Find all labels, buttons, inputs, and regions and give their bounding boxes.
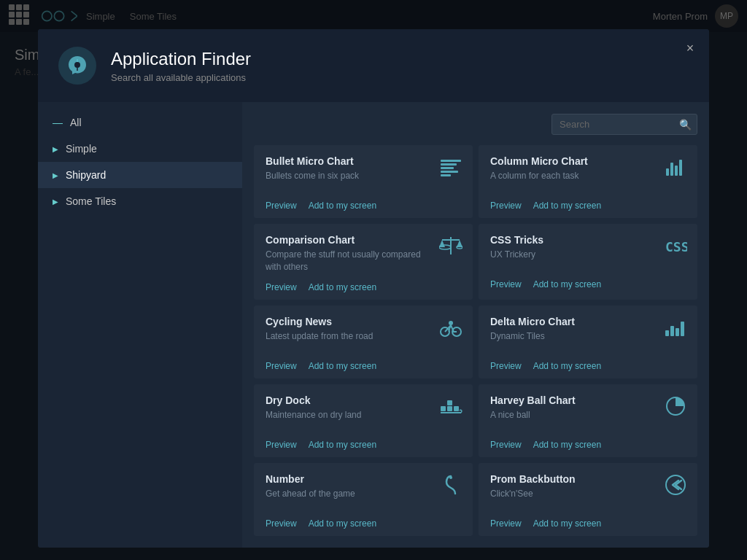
column-chart-title: Column Micro Chart: [490, 155, 686, 167]
sidebar-item-simple[interactable]: ▶ Simple: [38, 136, 242, 162]
css-tricks-add-button[interactable]: Add to my screen: [533, 279, 601, 289]
app-card-delta-micro-chart: Delta Micro Chart Dynamic Tiles Preview …: [479, 306, 697, 378]
all-dash-icon: —: [53, 117, 63, 128]
css-tricks-preview-button[interactable]: Preview: [490, 279, 522, 289]
svg-rect-27: [447, 400, 452, 405]
modal-overlay: Application Finder Search all available …: [0, 0, 747, 560]
dry-dock-desc: Maintenance on dry land: [266, 409, 461, 431]
delta-chart-add-button[interactable]: Add to my screen: [533, 361, 601, 371]
bullet-icon: [439, 155, 462, 184]
search-input[interactable]: [551, 114, 697, 135]
modal-subtitle: Search all available applications: [111, 72, 251, 83]
app-card-bullet-micro-chart: Bullet Micro Chart Bullets come in six p…: [254, 145, 473, 218]
svg-rect-24: [441, 406, 446, 411]
dry-dock-preview-button[interactable]: Preview: [266, 440, 297, 450]
sidebar-shipyard-label: Shipyard: [66, 169, 106, 181]
simple-chevron-icon: ▶: [53, 145, 58, 153]
modal-logo: [58, 47, 96, 85]
svg-point-29: [449, 476, 452, 479]
delta-chart-actions: Preview Add to my screen: [490, 361, 686, 371]
column-chart-add-button[interactable]: Add to my screen: [533, 201, 601, 211]
svg-point-2: [74, 62, 80, 68]
bullet-chart-desc: Bullets come in six pack: [266, 170, 461, 192]
svg-rect-20: [665, 330, 669, 336]
delta-icon: [664, 316, 687, 344]
bullet-chart-preview-button[interactable]: Preview: [266, 201, 297, 211]
prom-backbutton-title: Prom Backbutton: [490, 473, 686, 485]
svg-text:CSS: CSS: [665, 239, 687, 254]
modal-title: Application Finder: [111, 49, 251, 69]
docker-icon: [439, 394, 462, 423]
sidebar-item-all[interactable]: — All: [38, 109, 242, 136]
sidebar-item-shipyard[interactable]: ▶ Shipyard: [38, 162, 242, 188]
search-icon[interactable]: 🔍: [679, 119, 692, 131]
svg-rect-26: [454, 406, 459, 411]
cycling-news-desc: Latest update from the road: [266, 330, 461, 352]
number-add-button[interactable]: Add to my screen: [309, 518, 376, 529]
content-area: 🔍: [242, 102, 709, 548]
svg-rect-25: [447, 406, 452, 411]
search-input-wrap: 🔍: [551, 114, 697, 135]
number-icon: [439, 473, 462, 502]
modal-close-button[interactable]: ×: [680, 38, 700, 58]
svg-rect-11: [679, 160, 682, 176]
svg-rect-21: [670, 326, 674, 336]
dry-dock-actions: Preview Add to my screen: [266, 440, 461, 450]
delta-chart-title: Delta Micro Chart: [490, 316, 686, 327]
prom-backbutton-add-button[interactable]: Add to my screen: [533, 518, 601, 529]
css-icon: CSS: [664, 234, 687, 262]
harvey-ball-desc: A nice ball: [490, 409, 686, 431]
search-bar: 🔍: [254, 114, 697, 135]
app-card-prom-backbutton: Prom Backbutton Click'n'See Preview Add …: [479, 463, 697, 536]
svg-rect-3: [441, 160, 461, 162]
back-icon: [664, 473, 687, 502]
modal-title-area: Application Finder Search all available …: [111, 49, 251, 83]
svg-rect-4: [441, 163, 457, 166]
number-desc: Get ahead of the game: [266, 488, 461, 510]
svg-rect-9: [670, 163, 673, 176]
scale-icon: [439, 234, 462, 262]
application-finder-modal: Application Finder Search all available …: [38, 29, 709, 548]
sidebar-simple-label: Simple: [66, 143, 97, 155]
delta-chart-desc: Dynamic Tiles: [490, 330, 686, 352]
svg-rect-22: [676, 328, 679, 336]
prom-backbutton-preview-button[interactable]: Preview: [490, 518, 522, 529]
svg-rect-6: [441, 171, 458, 173]
sidebar: — All ▶ Simple ▶ Shipyard ▶ Some Tiles: [38, 102, 242, 548]
comparison-chart-desc: Compare the stuff not usually compared w…: [266, 249, 461, 273]
comparison-chart-preview-button[interactable]: Preview: [266, 282, 297, 292]
sidebar-item-some-tiles[interactable]: ▶ Some Tiles: [38, 188, 242, 214]
sidebar-some-tiles-label: Some Tiles: [66, 195, 116, 207]
number-preview-button[interactable]: Preview: [266, 518, 297, 529]
prom-backbutton-actions: Preview Add to my screen: [490, 518, 686, 529]
svg-rect-10: [675, 166, 678, 176]
harvey-ball-add-button[interactable]: Add to my screen: [533, 440, 601, 450]
column-chart-desc: A column for each task: [490, 170, 686, 192]
css-tricks-actions: Preview Add to my screen: [490, 279, 686, 289]
dry-dock-add-button[interactable]: Add to my screen: [309, 440, 376, 450]
cycling-news-preview-button[interactable]: Preview: [266, 361, 297, 371]
comparison-chart-add-button[interactable]: Add to my screen: [309, 282, 376, 292]
css-tricks-desc: UX Trickery: [490, 249, 686, 271]
harvey-icon: [664, 394, 687, 423]
modal-header: Application Finder Search all available …: [38, 29, 709, 102]
dry-dock-title: Dry Dock: [266, 394, 461, 406]
cycling-icon: [439, 316, 462, 344]
column-chart-preview-button[interactable]: Preview: [490, 201, 522, 211]
app-card-harvey-ball: Harvey Ball Chart A nice ball Preview Ad…: [479, 384, 697, 457]
app-card-column-micro-chart: Column Micro Chart A column for each tas…: [479, 145, 697, 218]
modal-body: — All ▶ Simple ▶ Shipyard ▶ Some Tiles: [38, 102, 709, 548]
number-actions: Preview Add to my screen: [266, 518, 461, 529]
app-card-dry-dock: Dry Dock Maintenance on dry land Preview…: [254, 384, 473, 457]
app-card-css-tricks: CSS CSS Tricks UX Trickery Preview Add t…: [479, 224, 697, 300]
bullet-chart-add-button[interactable]: Add to my screen: [309, 201, 376, 211]
delta-chart-preview-button[interactable]: Preview: [490, 361, 522, 371]
app-card-comparison-chart: Comparison Chart Compare the stuff not u…: [254, 224, 473, 300]
svg-rect-5: [441, 167, 454, 169]
some-tiles-chevron-icon: ▶: [53, 198, 58, 206]
harvey-ball-preview-button[interactable]: Preview: [490, 440, 522, 450]
apps-grid: Bullet Micro Chart Bullets come in six p…: [254, 145, 697, 536]
app-card-number: Number Get ahead of the game Preview Add…: [254, 463, 473, 536]
cycling-news-add-button[interactable]: Add to my screen: [309, 361, 376, 371]
svg-rect-8: [666, 168, 669, 176]
